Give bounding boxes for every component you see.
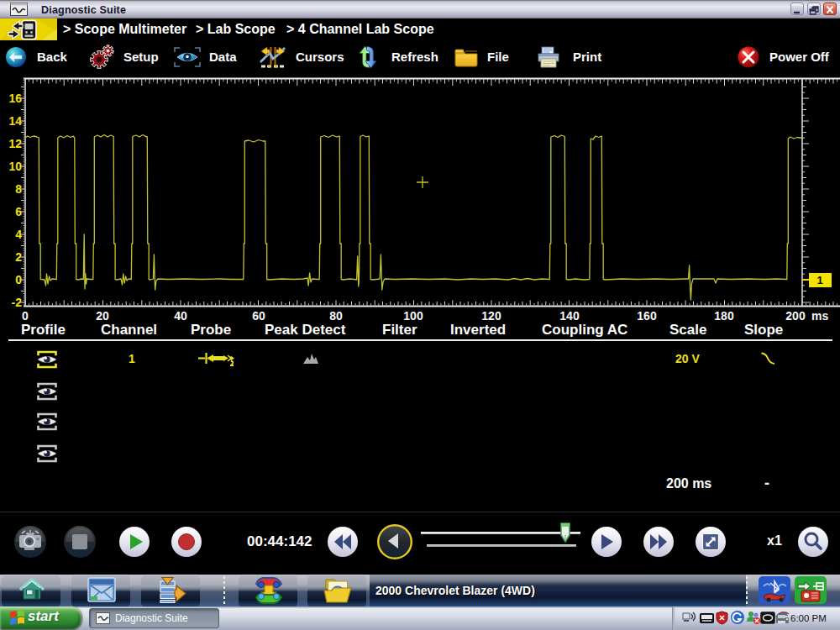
- svg-text:0: 0: [15, 273, 22, 286]
- svg-text:200: 200: [785, 309, 806, 323]
- svg-text:14: 14: [8, 114, 22, 128]
- svg-text:10: 10: [8, 160, 22, 173]
- svg-text:20: 20: [96, 309, 109, 323]
- svg-text:0: 0: [22, 309, 29, 323]
- svg-text:8: 8: [15, 182, 22, 196]
- svg-text:80: 80: [329, 309, 343, 323]
- svg-text:2: 2: [15, 250, 22, 264]
- svg-text:160: 160: [637, 309, 657, 323]
- svg-text:ms: ms: [811, 309, 828, 323]
- svg-text:120: 120: [481, 309, 501, 323]
- svg-text:1: 1: [816, 274, 822, 286]
- svg-text:4: 4: [15, 228, 22, 241]
- svg-text:140: 140: [559, 309, 580, 323]
- svg-text:6: 6: [15, 205, 22, 218]
- svg-text:12: 12: [8, 137, 22, 150]
- svg-text:40: 40: [174, 309, 187, 323]
- svg-text:100: 100: [403, 309, 423, 323]
- svg-text:-2: -2: [12, 296, 23, 309]
- svg-text:16: 16: [8, 92, 22, 105]
- svg-text:180: 180: [714, 309, 734, 323]
- svg-text:60: 60: [252, 309, 265, 323]
